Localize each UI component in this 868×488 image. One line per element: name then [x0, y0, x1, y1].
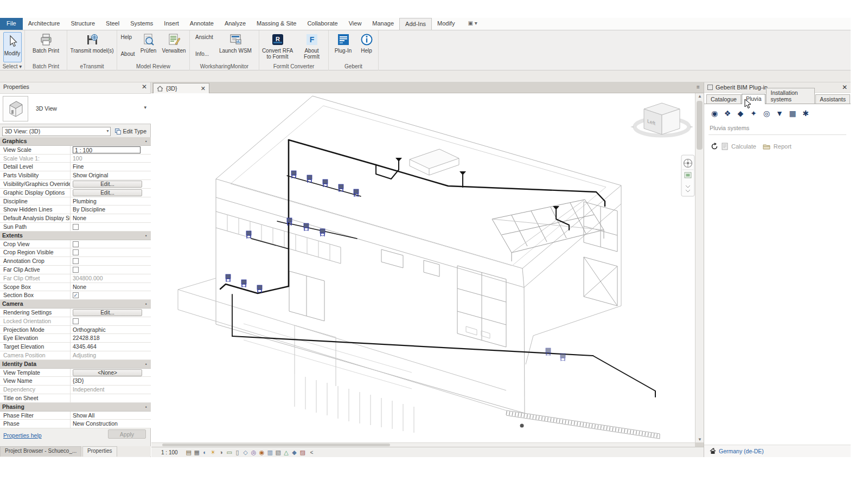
- edit-button[interactable]: Edit...: [73, 309, 142, 317]
- pluvia-roof-outlet-icon[interactable]: ◉: [710, 108, 719, 118]
- worksharing-display-icon[interactable]: ▥: [266, 448, 274, 456]
- property-value[interactable]: [71, 223, 151, 231]
- geberit-tab-assistants[interactable]: Assistants: [815, 94, 850, 104]
- tab-project-browser[interactable]: Project Browser - Schueco_...: [0, 446, 81, 457]
- section-collapse-icon[interactable]: ▪: [145, 232, 151, 240]
- ribbon-tab-systems[interactable]: Systems: [125, 18, 158, 30]
- pluvia-vertical-pipe-icon[interactable]: ◆: [736, 108, 745, 118]
- sun-path-icon[interactable]: ☀: [209, 448, 217, 456]
- section-collapse-icon[interactable]: ▪: [145, 403, 151, 411]
- chevron-down-icon[interactable]: ▾: [144, 105, 146, 110]
- property-value[interactable]: [71, 266, 151, 274]
- pluvia-fitting-icon[interactable]: ❖: [723, 108, 732, 118]
- property-value[interactable]: {3D}: [71, 377, 151, 385]
- batch-print-button[interactable]: Batch Print: [29, 32, 63, 54]
- property-value[interactable]: Orthographic: [71, 326, 151, 334]
- property-value[interactable]: Independent: [71, 386, 151, 394]
- property-value[interactable]: 1 : 100: [71, 146, 151, 154]
- transmit-model-button[interactable]: Transmit model(s): [69, 32, 116, 54]
- pluvia-settings-icon[interactable]: ✱: [801, 108, 810, 118]
- panel-label-select[interactable]: Select ▾: [0, 63, 24, 70]
- property-value[interactable]: [71, 248, 151, 256]
- property-value[interactable]: [71, 317, 151, 325]
- scrollbar-thumb[interactable]: [162, 444, 390, 446]
- view-scale-control[interactable]: 1 : 100: [161, 450, 178, 455]
- about-formit-button[interactable]: F About FormIt: [297, 32, 327, 60]
- instance-dropdown[interactable]: 3D View: (3D) ▾: [2, 127, 111, 136]
- reveal-constraints-icon[interactable]: ▨: [299, 448, 307, 456]
- tab-list-icon[interactable]: ≡: [695, 84, 701, 91]
- unlocked-3d-view-icon[interactable]: ◇: [242, 448, 250, 456]
- property-value[interactable]: Edit...: [71, 309, 151, 317]
- shadows-icon[interactable]: ◑: [218, 448, 225, 456]
- property-value[interactable]: Plumbing: [71, 197, 151, 206]
- checkbox[interactable]: [73, 318, 79, 324]
- calculate-button[interactable]: Calculate: [731, 143, 756, 150]
- pluvia-ring-icon[interactable]: ◎: [762, 108, 771, 118]
- property-value[interactable]: Show All: [71, 412, 151, 420]
- modify-button[interactable]: Modify: [3, 32, 22, 62]
- property-value[interactable]: New Construction: [71, 420, 151, 428]
- help-link[interactable]: Help: [120, 34, 135, 40]
- property-value[interactable]: 100: [71, 155, 151, 163]
- ribbon-tab-architecture[interactable]: Architecture: [23, 18, 66, 30]
- property-value[interactable]: 22428.818: [71, 334, 151, 342]
- view-tab-3d[interactable]: {3D} ✕: [153, 83, 209, 93]
- scrollbar-thumb[interactable]: [697, 101, 703, 150]
- geberit-tab-installation-systems[interactable]: Installation systems: [766, 88, 815, 104]
- section-collapse-icon[interactable]: ▪: [145, 360, 151, 368]
- checkbox[interactable]: [73, 258, 79, 264]
- property-value[interactable]: By Discipline: [71, 206, 151, 214]
- checkbox[interactable]: [73, 241, 79, 247]
- property-value[interactable]: [71, 394, 151, 402]
- ribbon-tab-add-ins[interactable]: Add-Ins: [399, 18, 432, 30]
- ribbon-tab-steel[interactable]: Steel: [100, 18, 125, 30]
- property-value[interactable]: Adjusting: [71, 351, 151, 359]
- ribbon-tab-file[interactable]: File: [0, 18, 23, 30]
- view-cube[interactable]: Left: [630, 103, 693, 136]
- property-value[interactable]: None: [71, 214, 151, 222]
- verwalten-button[interactable]: Verwalten: [161, 32, 187, 54]
- property-value[interactable]: 304800.000: [71, 274, 151, 282]
- section-collapse-icon[interactable]: ▪: [145, 137, 151, 145]
- ansicht-link[interactable]: Ansicht: [195, 34, 213, 40]
- close-icon[interactable]: ✕: [201, 85, 206, 92]
- ribbon-tab-massing-site[interactable]: Massing & Site: [251, 18, 302, 30]
- value-input[interactable]: 1 : 100: [73, 146, 141, 154]
- close-icon[interactable]: ✕: [142, 83, 147, 91]
- show-crop-region-icon[interactable]: ▯: [234, 448, 241, 456]
- close-icon[interactable]: ✕: [842, 84, 847, 91]
- ribbon-tab-modify[interactable]: Modify: [432, 18, 460, 30]
- geberit-tab-catalogue[interactable]: Catalogue: [706, 94, 741, 104]
- geberit-help-button[interactable]: Help: [358, 32, 376, 54]
- ribbon-tab-insert[interactable]: Insert: [158, 18, 184, 30]
- scroll-down-icon[interactable]: ▼: [695, 437, 704, 442]
- property-value[interactable]: Edit...: [71, 180, 151, 188]
- property-value[interactable]: Fine: [71, 163, 151, 171]
- ribbon-tab-structure[interactable]: Structure: [65, 18, 100, 30]
- ribbon-tab-view[interactable]: View: [343, 18, 367, 30]
- ribbon-tab-collaborate[interactable]: Collaborate: [302, 18, 343, 30]
- temporary-hide-isolate-icon[interactable]: ◎: [250, 448, 258, 456]
- report-button[interactable]: Report: [774, 143, 792, 150]
- properties-title-bar[interactable]: Properties ✕: [0, 82, 150, 92]
- pluvia-funnel-icon[interactable]: ▼: [775, 108, 784, 118]
- ribbon-tab-manage[interactable]: Manage: [367, 18, 399, 30]
- property-value[interactable]: ✓: [71, 291, 151, 299]
- apply-button[interactable]: Apply: [108, 429, 146, 439]
- pluvia-branch-icon[interactable]: ✦: [749, 108, 758, 118]
- ribbon-tab-analyze[interactable]: Analyze: [219, 18, 251, 30]
- vertical-scrollbar[interactable]: ▲ ▼: [695, 93, 704, 442]
- geberit-plugin-button[interactable]: Plug-In: [331, 32, 355, 54]
- checkbox[interactable]: [73, 249, 79, 255]
- pluvia-schedule-icon[interactable]: ▦: [788, 108, 797, 118]
- tab-properties[interactable]: Properties: [82, 446, 117, 457]
- property-value[interactable]: None: [71, 283, 151, 291]
- checkbox[interactable]: ✓: [73, 292, 79, 298]
- property-value[interactable]: Show Original: [71, 171, 151, 179]
- statusbar-collapse-icon[interactable]: <: [310, 450, 314, 455]
- visual-style-icon[interactable]: ◐: [201, 448, 209, 456]
- info-link[interactable]: Info...: [195, 51, 213, 57]
- property-value[interactable]: [71, 240, 151, 248]
- navigation-bar[interactable]: [681, 155, 694, 196]
